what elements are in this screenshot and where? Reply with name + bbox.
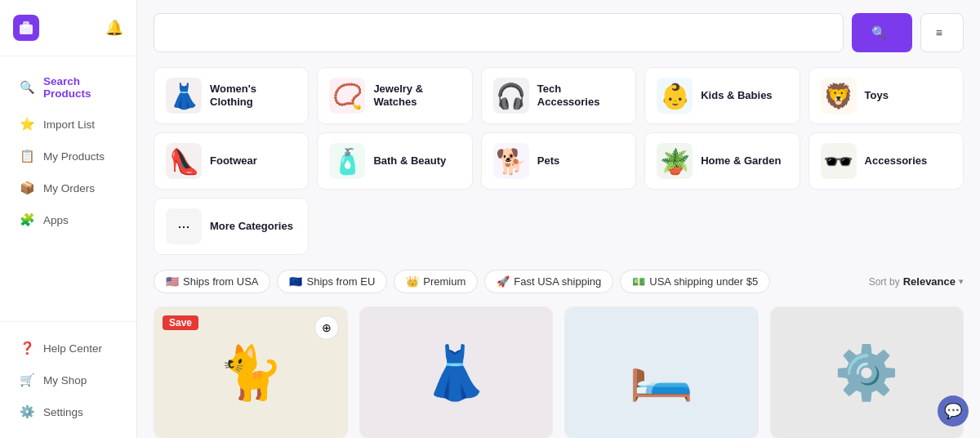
accessories-label: Accessories bbox=[865, 154, 928, 168]
product-card-p1[interactable]: 🐈 Save ⊕ bbox=[154, 306, 348, 438]
search-input-wrap[interactable] bbox=[154, 13, 844, 52]
home-garden-label: Home & Garden bbox=[701, 154, 781, 168]
product-img-p1: 🐈 Save ⊕ bbox=[154, 307, 347, 438]
apps-icon: 🧩 bbox=[20, 212, 35, 227]
my-products-icon: 📋 bbox=[20, 149, 35, 163]
help-center-icon: ❓ bbox=[20, 341, 35, 355]
cat-womens-clothing[interactable]: 👗 Women's Clothing bbox=[154, 67, 309, 124]
product-img-p3: 🛏️ bbox=[565, 307, 758, 438]
sidebar-item-my-orders[interactable]: 📦My Orders bbox=[7, 172, 130, 203]
jewelry-watches-label: Jewelry & Watches bbox=[373, 83, 460, 108]
cat-more-categories[interactable]: ··· More Categories bbox=[154, 198, 309, 255]
womens-clothing-icon: 👗 bbox=[166, 78, 202, 114]
sidebar-item-search-products[interactable]: 🔍Search Products bbox=[7, 67, 130, 108]
category-row-1: 👗 Women's Clothing 📿 Jewelry & Watches 🎧… bbox=[154, 67, 964, 124]
sidebar-bottom: ❓Help Center🛒My Shop⚙️Settings bbox=[0, 321, 136, 438]
cat-kids-babies[interactable]: 👶 Kids & Babies bbox=[644, 67, 800, 124]
footwear-icon: 👠 bbox=[166, 143, 202, 179]
sidebar-item-import-list[interactable]: ⭐Import List bbox=[7, 109, 130, 140]
sidebar: 🔔 🔍Search Products⭐Import List📋My Produc… bbox=[0, 0, 137, 438]
chat-button[interactable]: 💬 bbox=[938, 396, 969, 427]
pill-usa-shipping-under-5[interactable]: 💵USA shipping under $5 bbox=[620, 270, 770, 293]
pill-fast-usa-shipping[interactable]: 🚀Fast USA shipping bbox=[484, 270, 613, 293]
home-garden-icon: 🪴 bbox=[657, 143, 693, 179]
more-categories-label: More Categories bbox=[210, 220, 293, 233]
sort-value[interactable]: Relevance bbox=[903, 275, 956, 288]
cat-home-garden[interactable]: 🪴 Home & Garden bbox=[644, 132, 800, 190]
bath-beauty-label: Bath & Beauty bbox=[373, 154, 446, 168]
ships-from-eu-emoji: 🇪🇺 bbox=[289, 275, 302, 288]
search-products-icon: 🔍 bbox=[20, 80, 35, 95]
ships-from-usa-label: Ships from USA bbox=[183, 275, 258, 288]
my-orders-label: My Orders bbox=[43, 182, 95, 194]
pill-ships-from-eu[interactable]: 🇪🇺Ships from EU bbox=[277, 270, 387, 293]
main-nav: 🔍Search Products⭐Import List📋My Products… bbox=[0, 56, 136, 321]
sort-caret[interactable]: ▾ bbox=[959, 276, 964, 287]
sort-label: Sort by bbox=[869, 276, 900, 288]
my-shop-icon: 🛒 bbox=[20, 373, 35, 387]
tech-accessories-icon: 🎧 bbox=[493, 78, 529, 114]
fast-usa-shipping-label: Fast USA shipping bbox=[514, 275, 601, 288]
my-orders-icon: 📦 bbox=[20, 181, 35, 195]
kids-babies-label: Kids & Babies bbox=[701, 89, 772, 102]
cat-bath-beauty[interactable]: 🧴 Bath & Beauty bbox=[317, 132, 472, 190]
bath-beauty-icon: 🧴 bbox=[329, 143, 365, 179]
search-bar: 🔍 ≡ bbox=[154, 13, 964, 52]
pets-icon: 🐕 bbox=[493, 143, 529, 179]
sidebar-item-my-products[interactable]: 📋My Products bbox=[7, 141, 130, 172]
toys-label: Toys bbox=[865, 89, 889, 102]
tech-accessories-label: Tech Accessories bbox=[537, 83, 624, 108]
my-products-label: My Products bbox=[43, 150, 105, 163]
import-list-label: Import List bbox=[43, 118, 95, 131]
sidebar-item-help-center[interactable]: ❓Help Center bbox=[7, 333, 130, 364]
sort-wrap: Sort by Relevance ▾ bbox=[869, 275, 964, 288]
pill-premium[interactable]: 👑Premium bbox=[394, 270, 478, 293]
import-list-icon: ⭐ bbox=[20, 117, 35, 132]
search-btn-icon: 🔍 bbox=[871, 25, 887, 40]
svg-rect-1 bbox=[23, 21, 29, 28]
usa-shipping-under-5-emoji: 💵 bbox=[632, 275, 645, 288]
cat-footwear[interactable]: 👠 Footwear bbox=[154, 132, 309, 190]
product-card-p3[interactable]: 🛏️ bbox=[564, 306, 759, 438]
settings-icon: ⚙️ bbox=[20, 404, 35, 419]
pets-label: Pets bbox=[537, 154, 559, 168]
search-button[interactable]: 🔍 bbox=[852, 13, 912, 52]
filters-button[interactable]: ≡ bbox=[920, 13, 964, 52]
product-card-p4[interactable]: ⚙️ bbox=[770, 306, 964, 438]
footwear-label: Footwear bbox=[210, 154, 257, 168]
kids-babies-icon: 👶 bbox=[657, 78, 693, 114]
cat-accessories[interactable]: 🕶️ Accessories bbox=[808, 132, 964, 190]
filter-pills: 🇺🇸Ships from USA🇪🇺Ships from EU👑Premium🚀… bbox=[154, 270, 964, 293]
filters-icon: ≡ bbox=[936, 26, 942, 39]
logo-icon bbox=[13, 15, 39, 41]
cat-tech-accessories[interactable]: 🎧 Tech Accessories bbox=[481, 67, 636, 124]
category-row-2: 👠 Footwear 🧴 Bath & Beauty 🐕 Pets 🪴 Home… bbox=[154, 132, 964, 255]
my-shop-label: My Shop bbox=[43, 374, 87, 387]
sidebar-item-settings[interactable]: ⚙️Settings bbox=[7, 396, 130, 427]
toys-icon: 🦁 bbox=[821, 78, 857, 114]
pill-ships-from-usa[interactable]: 🇺🇸Ships from USA bbox=[154, 270, 270, 293]
fast-usa-shipping-emoji: 🚀 bbox=[497, 275, 510, 288]
womens-clothing-label: Women's Clothing bbox=[210, 83, 296, 108]
save-badge[interactable]: Save bbox=[163, 315, 198, 330]
bell-icon[interactable]: 🔔 bbox=[105, 19, 123, 37]
search-circle[interactable]: ⊕ bbox=[314, 315, 339, 340]
jewelry-watches-icon: 📿 bbox=[329, 78, 365, 114]
main-content: 🔍 ≡ 👗 Women's Clothing 📿 Jewelry & Watch… bbox=[137, 0, 980, 438]
usa-shipping-under-5-label: USA shipping under $5 bbox=[649, 275, 758, 288]
cat-pets[interactable]: 🐕 Pets bbox=[481, 132, 636, 190]
cat-jewelry-watches[interactable]: 📿 Jewelry & Watches bbox=[317, 67, 472, 124]
product-card-p2[interactable]: 👗 bbox=[359, 306, 554, 438]
sidebar-item-apps[interactable]: 🧩Apps bbox=[7, 204, 130, 235]
logo-area: 🔔 bbox=[0, 0, 136, 56]
search-products-label: Search Products bbox=[43, 75, 117, 100]
help-center-label: Help Center bbox=[43, 342, 102, 355]
cat-toys[interactable]: 🦁 Toys bbox=[808, 67, 964, 124]
products-grid: 🐈 Save ⊕ 👗 🛏️ ⚙️ bbox=[154, 306, 964, 438]
accessories-icon: 🕶️ bbox=[821, 143, 857, 179]
ships-from-eu-label: Ships from EU bbox=[306, 275, 375, 288]
search-input[interactable] bbox=[166, 26, 831, 39]
ships-from-usa-emoji: 🇺🇸 bbox=[166, 275, 179, 288]
more-categories-icon: ··· bbox=[166, 208, 202, 244]
sidebar-item-my-shop[interactable]: 🛒My Shop bbox=[7, 364, 130, 396]
